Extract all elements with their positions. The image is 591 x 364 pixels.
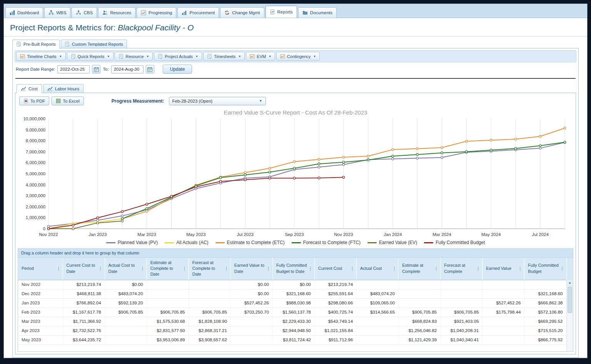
main-tab-progressing[interactable]: Progressing xyxy=(137,7,176,18)
period-cell: Apr 2023 xyxy=(18,326,63,335)
main-tab-wbs[interactable]: WBS xyxy=(44,7,70,18)
column-header-estimate-at-complete[interactable]: Estimate at Complete⋮ xyxy=(399,258,441,280)
value-cell: $2,732,522.76 xyxy=(63,326,105,335)
chart-pic-icon xyxy=(280,54,285,59)
column-menu-icon[interactable]: ⋮ xyxy=(308,265,313,272)
value-cell xyxy=(441,298,482,307)
main-tab-change-mgmt[interactable]: Change Mgmt xyxy=(220,7,264,18)
table-row[interactable]: Mar 2023$1,711,366.92$1,575,530.68$1,828… xyxy=(18,317,573,326)
chevron-down-icon: ▼ xyxy=(195,55,198,58)
main-tab-cbs[interactable]: CBS xyxy=(72,7,97,18)
column-menu-icon[interactable]: ⋮ xyxy=(350,265,355,272)
report-menu-evm[interactable]: EVM▼ xyxy=(246,52,275,61)
tab-label: Procurement xyxy=(189,10,215,15)
svg-text:0: 0 xyxy=(43,226,45,231)
scroll-up-icon[interactable]: ▲ xyxy=(567,280,573,286)
column-menu-icon[interactable]: ⋮ xyxy=(224,265,229,272)
table-row[interactable]: Dec 2022$468,811.38$483,074.20$0.00$321,… xyxy=(18,289,573,298)
dashboard-icon xyxy=(10,10,15,15)
to-pdf-button[interactable]: To PDF xyxy=(19,96,49,105)
column-header-fully-committed-budget[interactable]: Fully Committed Budget⋮ xyxy=(524,258,566,280)
report-menu-contingency[interactable]: Contingency▼ xyxy=(276,52,320,61)
view-tab-cost[interactable]: Cost xyxy=(17,84,42,93)
value-cell: $1,256,046.82 xyxy=(399,326,441,335)
column-header-actual-cost[interactable]: Actual Cost⋮ xyxy=(357,258,399,280)
column-menu-icon[interactable]: ⋮ xyxy=(266,265,271,272)
value-cell: $175,798.44 xyxy=(482,307,524,317)
table-zone: Period⋮Current Cost to Date⋮Actual Cost … xyxy=(18,258,573,351)
report-tab-pre-built-reports[interactable]: Pre-Built Reports xyxy=(12,40,60,48)
value-cell: $3,908,657.62 xyxy=(189,335,230,344)
value-cell: $483,074.20 xyxy=(105,289,147,298)
column-header-earned-value-to-date[interactable]: Earned Value to Date⋮ xyxy=(230,258,272,280)
column-header-fully-committed-budget-to-date[interactable]: Fully Committed Budget to Date⋮ xyxy=(272,258,314,280)
report-menu-project-actuals[interactable]: Project Actuals▼ xyxy=(154,52,202,61)
to-excel-button[interactable]: To Excel xyxy=(52,96,83,105)
main-tab-reports[interactable]: Reports xyxy=(265,6,297,18)
column-menu-icon[interactable]: ⋮ xyxy=(560,265,565,272)
column-menu-icon[interactable]: ⋮ xyxy=(56,265,61,272)
value-cell xyxy=(524,280,566,289)
update-button[interactable]: Update xyxy=(163,65,192,74)
table-scrollbar[interactable]: ▲ xyxy=(566,280,573,351)
svg-text:Jul 2024: Jul 2024 xyxy=(532,232,549,237)
progress-measurement-select[interactable]: Feb-28-2023 (Open) ▼ xyxy=(169,97,266,105)
main-tab-dashboard[interactable]: Dashboard xyxy=(5,7,43,18)
legend-label: Estimate to Complete (ETC) xyxy=(227,240,285,245)
date-from-input[interactable] xyxy=(57,65,90,73)
calendar-icon xyxy=(93,66,99,72)
value-cell xyxy=(482,335,524,344)
svg-text:1,000,000: 1,000,000 xyxy=(26,215,45,220)
value-cell: $906,705.85 xyxy=(147,307,189,317)
column-header-forecast-at-complete[interactable]: Forecast at Complete⋮ xyxy=(441,258,482,280)
column-menu-icon[interactable]: ⋮ xyxy=(392,265,397,272)
view-tab-labor-hours[interactable]: Labor Hours xyxy=(43,84,83,93)
main-tab-resources[interactable]: Resources xyxy=(98,7,135,18)
column-header-label: Forecast at Complete to Date xyxy=(192,260,215,277)
report-page-icon xyxy=(207,54,212,59)
column-header-period[interactable]: Period⋮ xyxy=(18,258,63,280)
tab-label: Documents xyxy=(310,10,332,15)
column-header-forecast-at-complete-to-date[interactable]: Forecast at Complete to Date⋮ xyxy=(189,258,230,280)
table-row[interactable]: May 2023$3,644,235.72$3,953,006.89$3,908… xyxy=(18,335,573,344)
report-menu-timesheets[interactable]: Timesheets▼ xyxy=(203,52,245,61)
column-menu-icon[interactable]: ⋮ xyxy=(434,265,439,272)
table-row[interactable]: Jan 2023$766,892.04$592,139.20$527,452.2… xyxy=(18,298,573,307)
svg-text:5,000,000: 5,000,000 xyxy=(26,171,45,176)
column-header-earned-value[interactable]: Earned Value⋮ xyxy=(482,258,524,280)
main-tab-procurement[interactable]: Procurement xyxy=(177,7,219,18)
column-menu-icon[interactable]: ⋮ xyxy=(518,265,523,272)
svg-text:10,000,000: 10,000,000 xyxy=(23,116,45,121)
chart-title: Earned Value S-Curve Report - Cost As Of… xyxy=(15,109,576,116)
report-menu-quick-reports[interactable]: Quick Reports▼ xyxy=(67,52,114,61)
table-row[interactable]: Feb 2023$1,167,617.78$906,705.85$906,705… xyxy=(18,307,573,317)
svg-text:8,000,000: 8,000,000 xyxy=(26,138,45,143)
report-tab-custom-templated-reports[interactable]: Custom Templated Reports xyxy=(61,40,127,48)
table-row[interactable]: Nov 2022$213,219.74$0.00$0.00$0.00$213,2… xyxy=(18,280,573,289)
column-header-current-cost[interactable]: Current Cost⋮ xyxy=(314,258,356,280)
main-tab-documents[interactable]: Documents xyxy=(298,7,337,18)
window-frame: DashboardWBSCBSResourcesProgressingProcu… xyxy=(0,0,591,364)
column-header-estimate-at-complete-to-date[interactable]: Estimate at Complete to Date⋮ xyxy=(147,258,189,280)
report-menu-timeline-charts[interactable]: Timeline Charts▼ xyxy=(16,52,66,61)
column-menu-icon[interactable]: ⋮ xyxy=(140,265,145,272)
value-cell: $1,167,617.78 xyxy=(63,307,105,317)
column-menu-icon[interactable]: ⋮ xyxy=(98,265,103,272)
chevron-down-icon: ▼ xyxy=(146,55,149,58)
column-menu-icon[interactable]: ⋮ xyxy=(476,265,481,272)
column-header-actual-cost-to-date[interactable]: Actual Cost to Date⋮ xyxy=(105,258,147,280)
column-header-label: Fully Committed Budget xyxy=(528,263,558,273)
date-to-calendar-button[interactable] xyxy=(146,65,154,73)
value-cell: $703,250.70 xyxy=(230,307,272,317)
date-to-input[interactable] xyxy=(111,65,144,73)
column-header-current-cost-to-date[interactable]: Current Cost to Date⋮ xyxy=(63,258,105,280)
value-cell xyxy=(189,298,230,307)
value-cell xyxy=(441,280,482,289)
date-from-calendar-button[interactable] xyxy=(92,65,100,73)
documents-icon xyxy=(302,10,308,15)
group-by-bar[interactable]: Drag a column header and drop it here to… xyxy=(18,249,573,258)
table-row[interactable]: Apr 2023$2,732,522.76$2,831,577.50$2,868… xyxy=(18,326,573,335)
report-menu-resource[interactable]: Resource▼ xyxy=(115,52,153,61)
scrollbar-thumb[interactable] xyxy=(568,287,572,313)
column-menu-icon[interactable]: ⋮ xyxy=(182,265,187,272)
